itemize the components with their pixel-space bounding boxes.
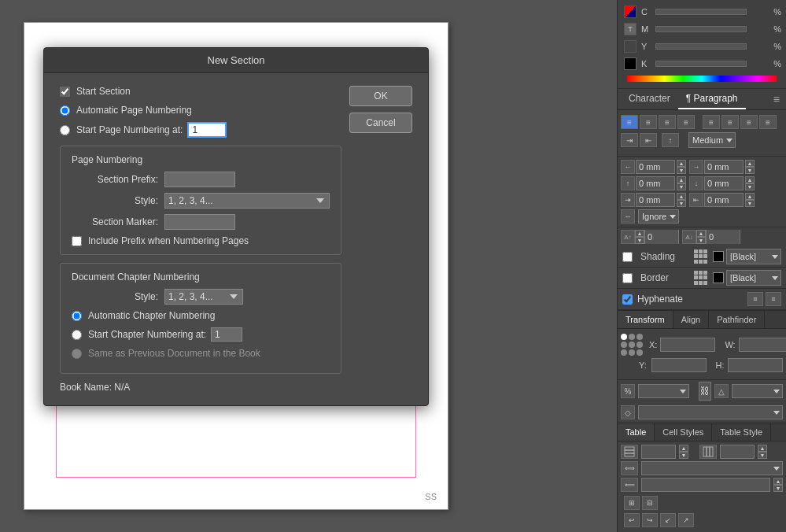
hyphenate-icon-1[interactable]: ≡ (747, 292, 763, 306)
align-justify-center-btn[interactable]: ≡ (740, 115, 758, 129)
indent-left-btn[interactable]: ⇥ (621, 133, 638, 147)
table-icon-btn-5[interactable]: ↙ (660, 513, 676, 527)
table-icon-btn-6[interactable]: ↗ (678, 513, 694, 527)
chain-icon[interactable]: ⛓ (699, 382, 711, 401)
rows-down[interactable]: ▼ (679, 452, 688, 459)
height-up[interactable]: ▲ (773, 478, 783, 485)
cmyk-c-slider[interactable] (655, 9, 747, 15)
table-icon-btn-1[interactable]: ⊞ (624, 496, 640, 510)
spacing-dropdown[interactable]: Medium (688, 132, 736, 148)
ok-button[interactable]: OK (349, 86, 412, 106)
indent-right-btn[interactable]: ⇤ (640, 133, 657, 147)
shading-checkbox[interactable] (622, 252, 633, 262)
para-before-btn[interactable]: ↑ (662, 133, 679, 147)
start-chapter-radio[interactable] (72, 330, 82, 340)
start-page-numbering-radio[interactable] (60, 125, 70, 135)
start-section-checkbox[interactable] (60, 87, 70, 97)
hyphenate-checkbox[interactable] (622, 294, 633, 305)
space-before-up[interactable]: ▲ (677, 176, 686, 183)
angle-dropdown[interactable] (732, 384, 783, 398)
num-up-2[interactable]: ▲ (696, 230, 706, 237)
section-prefix-input[interactable] (164, 172, 235, 187)
ref-dot-7[interactable] (621, 349, 627, 356)
cols-down[interactable]: ▼ (758, 452, 767, 459)
cmyk-y-slider[interactable] (655, 43, 747, 50)
left-indent-down[interactable]: ▼ (677, 167, 686, 174)
right-indent-down[interactable]: ▼ (745, 167, 755, 174)
space-after-down[interactable]: ▼ (745, 183, 755, 190)
table-icon-btn-4[interactable]: ↪ (642, 513, 658, 527)
ref-dot-9[interactable] (637, 349, 643, 356)
cell-styles-tab[interactable]: Cell Styles (655, 423, 712, 441)
last-indent-up[interactable]: ▲ (745, 193, 755, 200)
right-indent-input[interactable] (704, 160, 744, 174)
h-input[interactable] (728, 358, 783, 372)
section-marker-input[interactable] (164, 214, 235, 230)
table-tab[interactable]: Table (618, 423, 655, 441)
auto-chapter-radio[interactable] (72, 311, 82, 321)
first-line-down[interactable]: ▼ (677, 200, 686, 207)
x-input[interactable] (660, 338, 715, 352)
cmyk-k-slider[interactable] (655, 61, 747, 67)
cols-up[interactable]: ▲ (758, 445, 767, 452)
left-indent-up[interactable]: ▲ (677, 160, 686, 167)
table-height-input[interactable] (641, 478, 770, 492)
ref-dot-8[interactable] (629, 349, 635, 356)
left-indent-input[interactable] (636, 160, 675, 174)
align-toward-spine-btn[interactable]: ≡ (759, 115, 777, 129)
transform-tab[interactable]: Transform (618, 311, 673, 328)
start-chapter-input[interactable] (211, 327, 242, 342)
ref-dot-3[interactable] (637, 334, 643, 340)
ref-dot-4[interactable] (621, 342, 627, 348)
pathfinder-tab[interactable]: Pathfinder (709, 311, 765, 328)
ref-dot-2[interactable] (629, 334, 635, 340)
space-before-input[interactable] (636, 176, 675, 190)
first-line-up[interactable]: ▲ (677, 193, 686, 200)
chapter-style-select[interactable]: 1, 2, 3, 4... a, b, c, d... (164, 289, 243, 305)
start-page-input[interactable] (187, 122, 227, 138)
align-justify-all-btn[interactable]: ≡ (703, 115, 720, 129)
scale-dropdown[interactable] (638, 384, 689, 398)
shading-color-dropdown[interactable]: [Black] (726, 249, 781, 264)
style-select[interactable]: 1, 2, 3, 4... a, b, c, d... A, B, C, D..… (164, 193, 330, 209)
ref-point-grid[interactable] (621, 334, 643, 356)
num-down-1[interactable]: ▼ (635, 237, 644, 244)
rows-up[interactable]: ▲ (679, 445, 688, 452)
first-line-indent-input[interactable] (636, 193, 675, 207)
table-width-select[interactable] (641, 461, 783, 475)
panel-menu-icon[interactable]: ≡ (770, 93, 783, 105)
align-justify-right-btn[interactable]: ≡ (721, 115, 739, 129)
table-rows-input[interactable] (641, 445, 676, 459)
align-left-btn[interactable]: ≡ (621, 115, 638, 129)
table-icon-btn-2[interactable]: ⊟ (642, 496, 658, 510)
space-after-input[interactable] (704, 176, 744, 190)
num-input-2[interactable] (706, 230, 740, 244)
cmyk-m-slider[interactable] (655, 26, 747, 32)
height-down[interactable]: ▼ (773, 485, 783, 492)
w-input[interactable] (739, 338, 786, 352)
space-after-up[interactable]: ▲ (745, 176, 755, 183)
include-prefix-checkbox[interactable] (72, 236, 82, 246)
ref-dot-6[interactable] (637, 342, 643, 348)
right-indent-up[interactable]: ▲ (745, 160, 755, 167)
table-cols-input[interactable] (720, 445, 755, 459)
ref-dot-5[interactable] (629, 342, 635, 348)
align-tab[interactable]: Align (673, 311, 709, 328)
last-indent-down[interactable]: ▼ (745, 200, 755, 207)
border-color-dropdown[interactable]: [Black] (726, 270, 781, 286)
table-style-tab[interactable]: Table Style (712, 423, 771, 441)
align-right-btn[interactable]: ≡ (659, 115, 676, 129)
y-input[interactable] (651, 358, 707, 372)
num-up-1[interactable]: ▲ (635, 230, 644, 237)
table-icon-btn-3[interactable]: ↩ (624, 513, 640, 527)
last-indent-input[interactable] (704, 193, 744, 207)
ignore-dropdown[interactable]: Ignore (638, 209, 679, 224)
auto-page-numbering-radio[interactable] (60, 105, 70, 116)
space-before-down[interactable]: ▼ (677, 183, 686, 190)
align-center-btn[interactable]: ≡ (640, 115, 657, 129)
paragraph-tab[interactable]: ¶ Paragraph (678, 89, 746, 109)
border-checkbox[interactable] (622, 273, 633, 283)
ref-dot-1[interactable] (621, 334, 627, 340)
align-justify-btn[interactable]: ≡ (677, 115, 695, 129)
color-spectrum-bar[interactable] (627, 76, 777, 82)
